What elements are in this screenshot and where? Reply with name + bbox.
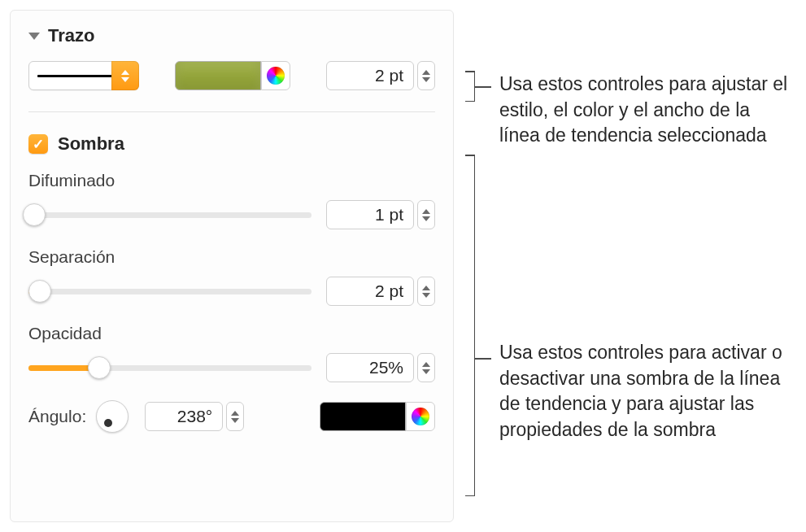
offset-slider[interactable] (28, 277, 312, 306)
popup-arrows-icon (111, 61, 139, 90)
stroke-width-stepper: 2 pt (326, 61, 435, 90)
stroke-color-well[interactable] (175, 61, 261, 90)
blur-stepper-arrows[interactable] (417, 200, 435, 229)
shadow-title: Sombra (58, 133, 124, 155)
trazo-controls-row: 2 pt (28, 61, 435, 90)
angle-field[interactable]: 238° (145, 402, 223, 431)
offset-stepper: 2 pt (326, 277, 435, 306)
opacity-field[interactable]: 25% (326, 353, 414, 382)
blur-label: Difuminado (28, 171, 435, 190)
stroke-color-picker-button[interactable] (261, 61, 290, 90)
angle-indicator-dot (104, 419, 112, 427)
bracket-sombra (465, 155, 475, 496)
callout-trazo: Usa estos controles para ajustar el esti… (499, 72, 792, 149)
opacity-stepper-arrows[interactable] (417, 353, 435, 382)
opacity-row: 25% (28, 353, 435, 382)
offset-row: 2 pt (28, 277, 435, 306)
callout-sombra: Usa estos controles para activar o desac… (499, 340, 800, 443)
shadow-color-picker-button[interactable] (406, 402, 435, 431)
angle-stepper-arrows[interactable] (226, 402, 244, 431)
chevron-down-icon (422, 77, 430, 82)
blur-slider[interactable] (28, 200, 312, 229)
chevron-up-icon (422, 70, 430, 75)
offset-label: Separación (28, 247, 435, 267)
inspector-panel: Trazo 2 pt (10, 10, 454, 522)
shadow-color-group (320, 402, 435, 431)
checkmark-icon: ✓ (33, 137, 44, 151)
bracket-trazo (465, 71, 475, 102)
shadow-header: ✓ Sombra (28, 133, 435, 155)
offset-field[interactable]: 2 pt (326, 277, 414, 306)
blur-field[interactable]: 1 pt (326, 200, 414, 229)
stroke-width-stepper-arrows[interactable] (417, 61, 435, 90)
color-wheel-icon (267, 67, 285, 85)
disclosure-triangle-icon[interactable] (28, 33, 40, 40)
offset-stepper-arrows[interactable] (417, 277, 435, 306)
opacity-slider[interactable] (28, 353, 312, 382)
angle-stepper: 238° (145, 402, 244, 431)
opacity-stepper: 25% (326, 353, 435, 382)
trazo-header[interactable]: Trazo (28, 25, 435, 46)
lead-sombra (475, 358, 491, 360)
stroke-style-popup[interactable] (28, 61, 139, 90)
trazo-title: Trazo (48, 25, 94, 46)
color-wheel-icon (412, 408, 429, 425)
stroke-color-group (175, 61, 290, 90)
angle-label: Ángulo: (28, 407, 86, 426)
blur-stepper: 1 pt (326, 200, 435, 229)
angle-row: Ángulo: 238° (28, 400, 435, 433)
shadow-color-well[interactable] (320, 402, 406, 431)
stroke-width-field[interactable]: 2 pt (326, 61, 414, 90)
lead-trazo (475, 86, 491, 88)
angle-dial[interactable] (96, 400, 129, 433)
section-divider (28, 111, 435, 112)
shadow-checkbox[interactable]: ✓ (28, 134, 48, 154)
blur-row: 1 pt (28, 200, 435, 229)
opacity-label: Opacidad (28, 324, 435, 343)
